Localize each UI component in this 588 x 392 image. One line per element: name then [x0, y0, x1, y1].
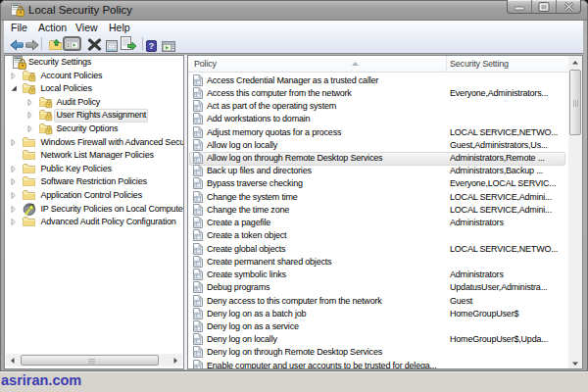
svg-text:?: ?	[149, 40, 155, 51]
